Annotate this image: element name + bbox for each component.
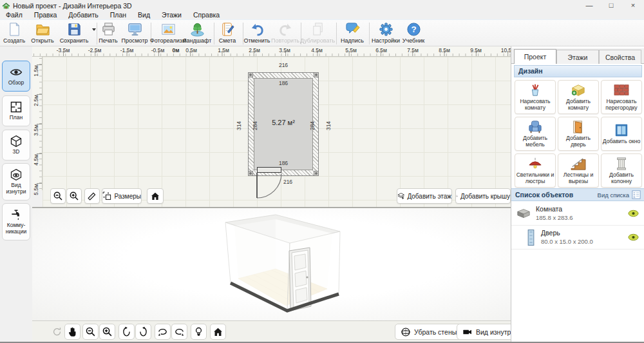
zoom-in-button-2d[interactable] <box>66 188 82 204</box>
sidebar-item-communications[interactable]: Комму-никации <box>2 203 30 240</box>
rotate-down-button[interactable] <box>135 324 151 340</box>
add-furniture-button[interactable]: Добавить мебель <box>515 117 556 151</box>
tab-properties[interactable]: Свойства <box>599 50 641 64</box>
door-plan-symbol[interactable] <box>257 167 281 173</box>
ruler-tick-label: 2.5м <box>249 47 260 54</box>
new-project-button[interactable]: Создать <box>0 22 28 46</box>
home-view-button-3d[interactable] <box>210 324 226 340</box>
preview-button[interactable]: Просмотр <box>120 22 149 46</box>
landscape-icon <box>190 22 205 37</box>
maximize-button[interactable]: □ <box>600 0 622 11</box>
ruler-tick-label: 2.5м <box>33 95 39 106</box>
add-floor-button[interactable]: Добавить этаж <box>397 188 452 204</box>
measure-button[interactable] <box>84 188 100 204</box>
ruler-tick-label: 9.5м <box>470 47 482 54</box>
menu-help[interactable]: Справка <box>187 11 225 19</box>
ruler-tick-label: 5.5м <box>345 47 357 54</box>
sidebar-item-plan[interactable]: План <box>2 95 30 126</box>
toolbar-separator <box>336 23 337 44</box>
add-room-button[interactable]: Добавить комнату <box>558 80 599 114</box>
home-view-button-2d[interactable] <box>147 188 164 204</box>
landscape-button[interactable]: Ландшафт <box>182 22 213 46</box>
settings-button[interactable]: Настройки <box>370 22 401 46</box>
ruler-tick-label: 4.5м <box>33 154 39 166</box>
panel-tabs: Проект Этажи Свойства <box>511 48 644 64</box>
redo-icon <box>278 22 293 37</box>
menu-add[interactable]: Добавить <box>62 11 104 19</box>
dimensions-toggle-button[interactable]: Размеры <box>102 188 142 204</box>
zoom-in-button-3d[interactable] <box>99 324 115 340</box>
room-corner-handle[interactable] <box>314 171 319 176</box>
sidebar-item-3d[interactable]: 3D <box>2 130 30 161</box>
remove-walls-button[interactable]: Убрать стены <box>395 324 462 340</box>
save-project-button[interactable]: Сохранить <box>58 22 90 46</box>
ruler-tick-label: 0.5м <box>185 47 197 54</box>
visibility-eye-icon[interactable] <box>628 210 639 217</box>
ruler-tick-label: 1.5м <box>33 65 39 77</box>
stairs-button[interactable]: Лестницы и вырезы <box>558 153 599 188</box>
dim-left-inner: 284 <box>252 121 258 130</box>
add-roof-button[interactable]: Добавить крышу <box>455 188 511 204</box>
undo-button[interactable]: Отменить <box>243 22 271 46</box>
menu-plan[interactable]: План <box>104 11 132 19</box>
dim-top-inner: 186 <box>279 80 288 86</box>
zoom-out-icon <box>85 326 96 337</box>
add-window-button[interactable]: Добавить окно <box>601 117 642 151</box>
viewer-3d[interactable] <box>32 208 511 320</box>
print-button[interactable]: Печать <box>95 22 122 46</box>
zoom-out-button-3d[interactable] <box>82 324 99 340</box>
preview-monitor-icon <box>128 22 142 37</box>
main-toolbar: Создать Открыть Сохранить Печать Просмот… <box>0 19 644 46</box>
dim-bottom-outer: 216 <box>283 179 292 185</box>
tutorial-button[interactable]: ? Учебник <box>399 22 428 46</box>
ruler-tick-label: -3.5м <box>57 47 70 54</box>
sidebar-item-interior-view[interactable]: Вид изнутри <box>2 163 30 201</box>
lighting-button[interactable] <box>191 324 207 340</box>
redo-button[interactable]: Повторить <box>271 22 299 46</box>
photorealism-button[interactable]: Фотореализм <box>150 22 186 46</box>
menu-edit[interactable]: Правка <box>28 11 62 19</box>
undo-icon <box>250 22 265 37</box>
pan-button[interactable] <box>64 324 80 340</box>
settings-gear-icon <box>379 22 393 37</box>
room-area-label: 5.27 м² <box>272 119 295 126</box>
menu-floors[interactable]: Этажи <box>156 11 187 19</box>
rotate-up-button[interactable] <box>118 324 135 340</box>
tab-project[interactable]: Проект <box>514 49 556 64</box>
draw-partition-button[interactable]: Нарисовать перегородку <box>601 80 642 114</box>
add-door-button[interactable]: Добавить дверь <box>558 117 599 151</box>
object-list-item-room[interactable]: Комната 185.8 x 283.6 <box>511 202 644 226</box>
menu-view[interactable]: Вид <box>132 11 156 19</box>
view-list-icon[interactable] <box>632 190 641 199</box>
tutorial-icon: ? <box>406 22 421 37</box>
add-column-button[interactable]: Добавить колонну <box>601 153 642 188</box>
rotate-down-icon <box>138 326 149 337</box>
door-3d[interactable] <box>289 248 311 311</box>
room-3d-model[interactable] <box>213 212 367 320</box>
sidebar-item-overview[interactable]: Обзор <box>2 61 30 92</box>
room-corner-handle[interactable] <box>248 171 253 176</box>
close-button[interactable]: × <box>622 0 644 11</box>
room-corner-handle[interactable] <box>314 72 319 77</box>
plan-canvas-2d[interactable]: 216 186 314 284 5.27 м² 284 314 186 216 … <box>43 57 511 207</box>
estimate-button[interactable]: Смета <box>214 22 241 46</box>
duplicate-button[interactable]: Дублировать <box>301 22 334 46</box>
door-icon <box>570 120 587 134</box>
zoom-out-button-2d[interactable] <box>50 188 66 204</box>
rotate-left-button[interactable] <box>155 324 171 340</box>
visibility-eye-icon[interactable] <box>628 233 639 241</box>
menu-file[interactable]: Файл <box>0 11 28 19</box>
object-list-item-door[interactable]: Дверь 80.0 x 15.0 x 200.0 <box>511 226 644 250</box>
tab-floors[interactable]: Этажи <box>556 50 599 64</box>
object-list-title: Список объектов <box>515 191 598 199</box>
lights-button[interactable]: Светильники и люстры <box>515 153 556 188</box>
design-section-header: Дизайн <box>514 65 642 77</box>
column-icon <box>613 157 630 171</box>
minimize-button[interactable]: — <box>578 0 600 11</box>
draw-room-button[interactable]: Нарисовать комнату <box>515 80 556 114</box>
rotate-right-button[interactable] <box>171 324 187 340</box>
annotation-button[interactable]: Надпись <box>337 22 367 46</box>
open-project-button[interactable]: Открыть <box>28 22 57 46</box>
room-corner-handle[interactable] <box>248 72 253 77</box>
app-window: Новый проект - Дизайн Интерьера 3D — □ ×… <box>0 0 644 343</box>
